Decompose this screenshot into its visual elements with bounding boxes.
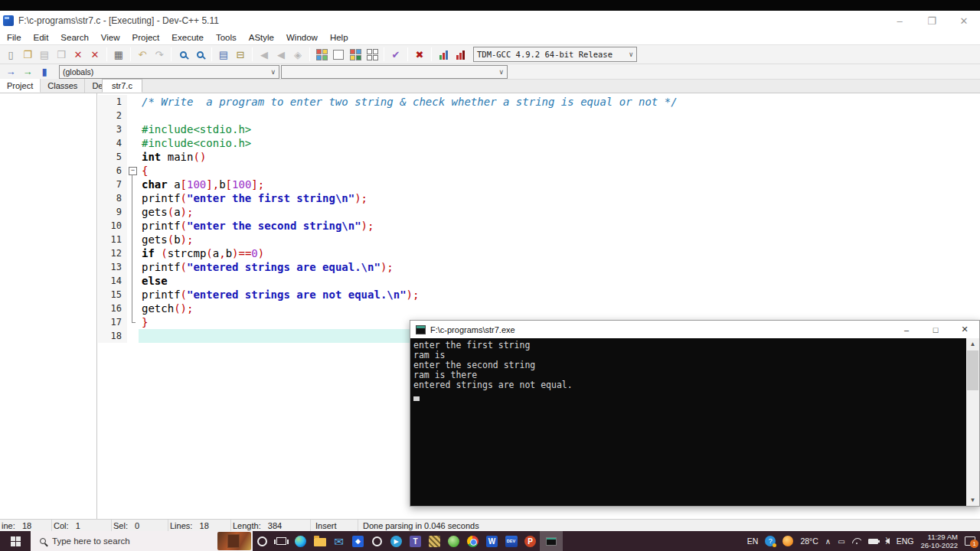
goto-declaration-icon[interactable]: → (2, 64, 19, 80)
save-icon[interactable]: ▤ (36, 47, 53, 62)
compiler-select[interactable]: TDM-GCC 4.9.2 64-bit Release∨ (473, 47, 637, 62)
close-file-icon[interactable]: ✕ (70, 47, 87, 62)
tab-classes[interactable]: Classes (41, 79, 85, 93)
tray-chevron-up-icon[interactable]: ∧ (825, 537, 831, 546)
shield-icon[interactable]: ◈ (289, 47, 306, 62)
syntax-check-icon[interactable]: ✔ (387, 47, 404, 62)
console-titlebar[interactable]: F:\c-programs\str7.exe – □ ✕ (410, 321, 979, 338)
bookmark-icon[interactable]: ⊟ (232, 47, 249, 62)
taskbar-app-green-app[interactable] (444, 531, 463, 551)
start-button[interactable] (0, 531, 31, 551)
taskbar-app-taskview[interactable] (272, 531, 291, 551)
battery-icon[interactable] (868, 539, 878, 544)
console-scrollbar[interactable]: ▲ ▼ (966, 338, 979, 506)
tab-project[interactable]: Project (0, 79, 41, 93)
undo-icon[interactable]: ↶ (134, 47, 151, 62)
redo-icon[interactable]: ↷ (151, 47, 168, 62)
scroll-down-icon[interactable]: ▼ (966, 494, 979, 506)
menu-astyle[interactable]: AStyle (243, 31, 280, 44)
taskbar-app-checkered[interactable] (425, 531, 444, 551)
notification-center-icon[interactable]: 1 (965, 536, 975, 546)
find-icon[interactable] (175, 47, 191, 62)
scroll-up-icon[interactable]: ▲ (966, 338, 979, 350)
code-line-3[interactable]: 3#include<stdio.h> (98, 122, 980, 136)
code-line-1[interactable]: 1/* Write a program to enter two string … (98, 95, 980, 109)
console-maximize-button[interactable]: □ (921, 321, 950, 338)
console-output[interactable]: enter the first stringram isenter the se… (410, 338, 966, 506)
language-indicator-eng[interactable]: ENG (897, 536, 914, 546)
menu-file[interactable]: File (1, 31, 28, 44)
print-icon[interactable]: ▦ (110, 47, 127, 62)
code-line-10[interactable]: 10printf("enter the second string\n"); (98, 219, 980, 233)
code-line-14[interactable]: 14else (98, 274, 980, 288)
weather-icon[interactable] (782, 536, 793, 546)
members-select[interactable]: ∨ (281, 65, 508, 79)
taskbar-app-dropbox[interactable]: ◆ (348, 531, 368, 551)
code-line-8[interactable]: 8printf("enter the first string\n"); (98, 191, 980, 205)
profile-icon[interactable] (435, 47, 452, 62)
menu-edit[interactable]: Edit (28, 31, 55, 44)
file-tab-str7c[interactable]: str7.c (102, 79, 142, 93)
replace-icon[interactable] (191, 47, 208, 62)
help-icon[interactable]: ? (765, 536, 776, 546)
code-line-2[interactable]: 2 (98, 109, 980, 122)
clock[interactable]: 11:29 AM 26-10-2022 (920, 533, 958, 549)
taskbar-app-word[interactable]: W (482, 531, 501, 551)
menu-execute[interactable]: Execute (165, 31, 210, 44)
scrollbar-thumb[interactable] (967, 350, 978, 390)
profiling-delete-icon[interactable] (452, 47, 469, 62)
code-line-12[interactable]: 12if (strcmp(a,b)==0) (98, 246, 980, 260)
taskbar-console-task-button[interactable] (540, 531, 563, 551)
new-file-icon[interactable]: ▯ (2, 47, 19, 62)
taskbar-app-edge[interactable] (291, 531, 310, 551)
console-close-button[interactable]: ✕ (950, 321, 979, 338)
taskbar-app-dev-cpp[interactable]: DEV (501, 531, 521, 551)
close-button[interactable]: ✕ (948, 11, 980, 31)
taskbar-app-mail[interactable]: ✉ (329, 531, 348, 551)
maximize-button[interactable]: ❐ (916, 11, 948, 31)
compile-icon[interactable] (313, 47, 330, 62)
run-icon[interactable] (330, 47, 347, 62)
goto-implementation-icon[interactable]: → (19, 64, 36, 80)
taskbar-search[interactable]: Type here to search (31, 531, 253, 551)
tablet-mode-icon[interactable]: ▭ (838, 537, 844, 546)
taskbar-app-cortana[interactable] (253, 531, 272, 551)
wifi-icon[interactable] (852, 538, 861, 544)
code-line-7[interactable]: 7char a[100],b[100]; (98, 178, 980, 191)
code-line-16[interactable]: 16getch(); (98, 302, 980, 315)
menu-search[interactable]: Search (54, 31, 94, 44)
search-decoration-image[interactable] (217, 532, 251, 550)
code-line-4[interactable]: 4#include<conio.h> (98, 136, 980, 150)
console-minimize-button[interactable]: – (892, 321, 921, 338)
rebuild-all-icon[interactable] (364, 47, 381, 62)
code-line-6[interactable]: 6{ (98, 164, 980, 178)
code-line-13[interactable]: 13printf("entered strings are equal.\n")… (98, 260, 980, 274)
fold-open-icon[interactable] (127, 164, 139, 178)
taskbar-app-powerpoint[interactable]: P (521, 531, 540, 551)
minimize-button[interactable]: – (884, 11, 916, 31)
globals-select[interactable]: (globals)∨ (59, 65, 279, 79)
taskbar-app-ring-app[interactable] (368, 531, 387, 551)
menu-tools[interactable]: Tools (210, 31, 243, 44)
speaker-icon[interactable] (885, 538, 890, 544)
open-file-icon[interactable]: ❐ (19, 47, 36, 62)
close-all-icon[interactable]: ✕ (87, 47, 103, 62)
code-line-11[interactable]: 11gets(b); (98, 233, 980, 246)
taskbar-app-teams[interactable]: T (406, 531, 425, 551)
goto-line-icon[interactable]: ▤ (215, 47, 232, 62)
temperature-label[interactable]: 28°C (800, 536, 818, 546)
save-all-icon[interactable]: ❒ (53, 47, 70, 62)
menu-project[interactable]: Project (126, 31, 166, 44)
language-indicator-en[interactable]: EN (747, 536, 759, 546)
menu-window[interactable]: Window (280, 31, 324, 44)
show-file-icon[interactable]: ▮ (36, 64, 53, 80)
menu-help[interactable]: Help (324, 31, 354, 44)
abort-icon[interactable]: ✖ (411, 47, 428, 62)
taskbar-app-chrome[interactable] (463, 531, 482, 551)
nav-forward-icon[interactable]: ◀ (273, 47, 289, 62)
code-line-15[interactable]: 15printf("entered strings are not equal.… (98, 288, 980, 302)
taskbar-app-folder[interactable] (310, 531, 329, 551)
nav-back-icon[interactable]: ◀ (256, 47, 273, 62)
code-line-5[interactable]: 5int main() (98, 150, 980, 164)
compile-run-icon[interactable] (347, 47, 364, 62)
